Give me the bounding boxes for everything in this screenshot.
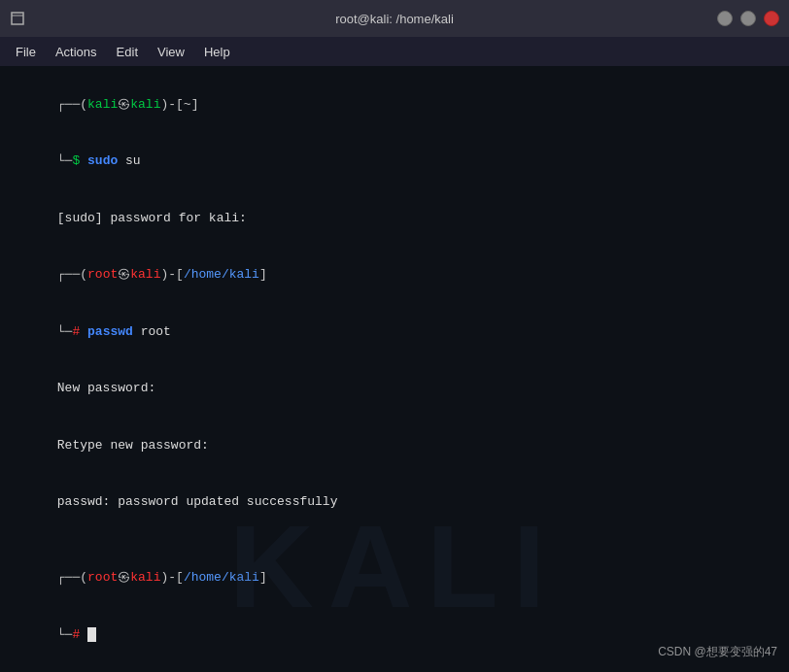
menu-edit[interactable]: Edit xyxy=(109,41,146,63)
svg-rect-0 xyxy=(12,13,23,24)
window-title: root@kali: /home/kali xyxy=(335,12,454,26)
terminal-prompt-current: ┌──(root㉿kali)-[/home/kali] xyxy=(12,550,777,607)
title-bar: root@kali: /home/kali xyxy=(0,0,789,37)
terminal-line: Retype new password: xyxy=(12,417,777,474)
terminal-line: [sudo] password for kali: xyxy=(12,189,777,247)
terminal-line: New password: xyxy=(12,360,777,418)
cursor-block xyxy=(87,627,96,642)
terminal-line: ┌──(root㉿kali)-[/home/kali] xyxy=(12,247,777,304)
menu-actions[interactable]: Actions xyxy=(48,41,105,63)
menu-view[interactable]: View xyxy=(150,41,192,63)
terminal-content[interactable]: ┌──(kali㉿kali)-[~] └─$ sudo su [sudo] pa… xyxy=(0,66,789,672)
window-controls xyxy=(717,11,779,26)
menu-bar: File Actions Edit View Help xyxy=(0,37,789,66)
title-bar-left xyxy=(10,11,25,26)
maximize-button[interactable] xyxy=(740,11,756,26)
close-button[interactable] xyxy=(764,11,779,26)
menu-help[interactable]: Help xyxy=(196,41,238,63)
terminal-icon xyxy=(10,11,25,26)
terminal-window: root@kali: /home/kali File Actions Edit … xyxy=(0,0,789,672)
terminal-line: ┌──(kali㉿kali)-[~] xyxy=(12,76,777,133)
csdn-watermark: CSDN @想要变强的47 xyxy=(658,644,777,660)
terminal-line: └─# passwd root xyxy=(12,303,777,360)
menu-file[interactable]: File xyxy=(8,41,44,63)
terminal-line: passwd: password updated successfully xyxy=(12,474,777,531)
terminal-line: └─$ sudo su xyxy=(12,133,777,190)
minimize-button[interactable] xyxy=(717,11,733,26)
terminal-line xyxy=(12,530,777,550)
